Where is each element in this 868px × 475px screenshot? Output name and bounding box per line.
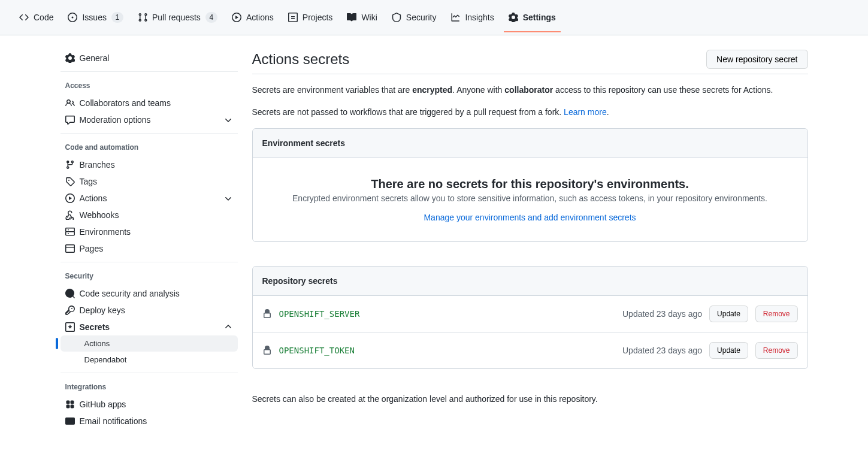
update-button[interactable]: Update (709, 342, 748, 359)
sidebar-item-deploy-keys[interactable]: Deploy keys (61, 302, 238, 319)
sidebar-item-secrets-actions[interactable]: Actions (61, 335, 238, 352)
tab-code-label: Code (34, 13, 53, 22)
people-icon (65, 98, 75, 108)
tab-insights-label: Insights (465, 13, 494, 22)
sidebar-webhooks-label: Webhooks (80, 210, 119, 220)
issues-count: 1 (111, 12, 123, 23)
sidebar-item-webhooks[interactable]: Webhooks (61, 207, 238, 223)
tab-settings[interactable]: Settings (504, 3, 561, 32)
tab-issues-label: Issues (82, 13, 106, 22)
tab-insights[interactable]: Insights (446, 3, 498, 32)
codescan-icon (65, 289, 75, 298)
tab-security-label: Security (406, 13, 437, 22)
sidebar-group-security: Security (61, 267, 238, 285)
tab-wiki-label: Wiki (361, 13, 377, 22)
remove-button[interactable]: Remove (755, 342, 798, 359)
sidebar-item-general[interactable]: General (61, 50, 238, 66)
apps-icon (65, 400, 75, 409)
sidebar-secrets-label: Secrets (80, 322, 110, 332)
tab-wiki[interactable]: Wiki (342, 3, 382, 32)
webhook-icon (65, 210, 75, 220)
secret-name: OPENSHIFT_TOKEN (279, 346, 355, 355)
sidebar-tags-label: Tags (80, 177, 98, 186)
chevron-up-icon (223, 322, 233, 332)
divider (61, 262, 238, 262)
update-button[interactable]: Update (709, 305, 748, 322)
sidebar-group-code: Code and automation (61, 138, 238, 156)
lock-icon (262, 309, 272, 319)
repository-secrets-box: Repository secrets OPENSHIFT_SERVER Upda… (252, 266, 808, 369)
sidebar-secrets-actions-label: Actions (84, 339, 110, 348)
sidebar-code-security-label: Code security and analysis (80, 289, 180, 298)
comment-icon (65, 115, 75, 125)
pr-icon (138, 13, 147, 22)
manage-environments-link[interactable]: Manage your environments and add environ… (424, 213, 636, 222)
tab-pulls[interactable]: Pull requests 4 (133, 2, 222, 32)
book-icon (347, 13, 356, 22)
sidebar-deploy-keys-label: Deploy keys (80, 305, 125, 315)
repo-nav: Code Issues 1 Pull requests 4 Actions Pr… (0, 0, 868, 35)
sidebar-secrets-dependabot-label: Dependabot (84, 355, 127, 364)
sidebar-item-actions[interactable]: Actions (61, 190, 238, 207)
sidebar-item-secrets[interactable]: Secrets (61, 319, 238, 335)
sidebar-item-code-security[interactable]: Code security and analysis (61, 285, 238, 302)
main-content: Actions secrets New repository secret Se… (252, 50, 808, 429)
browser-icon (65, 244, 75, 253)
sidebar-group-access: Access (61, 77, 238, 95)
asterisk-icon (65, 322, 75, 332)
sidebar-item-branches[interactable]: Branches (61, 156, 238, 173)
sidebar-group-integrations: Integrations (61, 378, 238, 396)
sidebar-actions-label: Actions (80, 193, 107, 203)
env-empty-title: There are no secrets for this repository… (272, 177, 788, 191)
sidebar-item-moderation[interactable]: Moderation options (61, 111, 238, 128)
learn-more-link[interactable]: Learn more (564, 107, 607, 117)
remove-button[interactable]: Remove (755, 305, 798, 322)
new-secret-button[interactable]: New repository secret (706, 50, 807, 69)
settings-sidebar: General Access Collaborators and teams M… (61, 50, 238, 429)
org-note: Secrets can also be created at the organ… (252, 393, 808, 406)
sidebar-item-collaborators[interactable]: Collaborators and teams (61, 95, 238, 111)
graph-icon (450, 13, 460, 22)
tab-pulls-label: Pull requests (152, 13, 201, 22)
sidebar-item-tags[interactable]: Tags (61, 173, 238, 190)
issue-icon (68, 13, 77, 22)
pulls-count: 4 (205, 12, 217, 23)
tab-security[interactable]: Security (387, 3, 441, 32)
chevron-down-icon (223, 115, 233, 125)
environment-secrets-header: Environment secrets (253, 129, 807, 158)
description-1: Secrets are environment variables that a… (252, 84, 808, 96)
sidebar-item-pages[interactable]: Pages (61, 240, 238, 257)
tab-projects-label: Projects (303, 13, 333, 22)
secret-name: OPENSHIFT_SERVER (279, 309, 360, 319)
tag-icon (65, 177, 75, 186)
server-icon (65, 227, 75, 237)
sidebar-item-environments[interactable]: Environments (61, 223, 238, 240)
sidebar-item-email-notifications[interactable]: Email notifications (61, 413, 238, 429)
sidebar-pages-label: Pages (80, 244, 104, 253)
gear-icon (65, 53, 75, 63)
tab-actions[interactable]: Actions (227, 3, 279, 32)
sidebar-branches-label: Branches (80, 160, 115, 170)
mail-icon (65, 416, 75, 426)
shield-icon (392, 13, 401, 22)
sidebar-item-secrets-dependabot[interactable]: Dependabot (61, 352, 238, 368)
table-icon (288, 13, 298, 22)
sidebar-item-github-apps[interactable]: GitHub apps (61, 396, 238, 413)
play-icon (65, 193, 75, 203)
tab-issues[interactable]: Issues 1 (63, 2, 128, 32)
secret-row: OPENSHIFT_SERVER Updated 23 days ago Upd… (253, 296, 807, 332)
tab-code[interactable]: Code (14, 3, 58, 32)
gear-icon (509, 13, 518, 22)
tab-settings-label: Settings (523, 13, 556, 22)
tab-projects[interactable]: Projects (283, 3, 338, 32)
sidebar-environments-label: Environments (80, 227, 131, 237)
divider (61, 71, 238, 72)
sidebar-collaborators-label: Collaborators and teams (80, 98, 171, 108)
sidebar-github-apps-label: GitHub apps (80, 400, 126, 409)
sidebar-general-label: General (80, 53, 110, 63)
divider (61, 373, 238, 373)
sidebar-moderation-label: Moderation options (80, 115, 151, 125)
key-icon (65, 305, 75, 315)
env-empty-desc: Encrypted environment secrets allow you … (272, 193, 788, 203)
code-icon (19, 13, 29, 22)
